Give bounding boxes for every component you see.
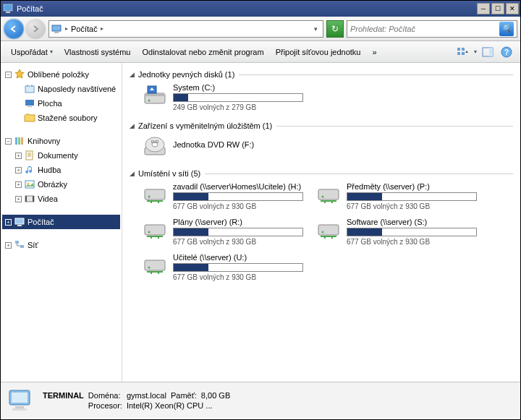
- status-domain-label: Doména:: [88, 391, 122, 400]
- status-domain: gymst.local: [127, 391, 166, 400]
- drive-usage-bar: [347, 192, 477, 201]
- svg-rect-3: [54, 32, 59, 33]
- svg-rect-42: [318, 225, 339, 235]
- expand-icon[interactable]: +: [15, 181, 22, 188]
- refresh-button[interactable]: ↻: [326, 20, 344, 38]
- hdd-icon: [143, 83, 167, 108]
- drive-predmety-p[interactable]: Předměty (\\server) (P:) 677 GB volných …: [316, 182, 483, 210]
- status-computer-name: TERMINAL: [43, 391, 84, 400]
- breadcrumb-computer[interactable]: Počítač: [71, 25, 98, 33]
- sidebar-desktop[interactable]: Plocha: [2, 96, 120, 111]
- svg-rect-22: [25, 196, 27, 202]
- maximize-button[interactable]: ☐: [491, 3, 504, 14]
- system-props-button[interactable]: Vlastnosti systému: [60, 46, 135, 59]
- address-bar[interactable]: ▸ Počítač ▸ ▾: [48, 20, 323, 38]
- collapse-icon[interactable]: ◢: [130, 122, 137, 129]
- search-icon[interactable]: 🔍: [499, 22, 514, 36]
- view-options-button[interactable]: [455, 44, 471, 60]
- folder-icon: [24, 112, 35, 124]
- svg-rect-48: [15, 406, 24, 408]
- status-cpu: Intel(R) Xeon(R) CPU ...: [127, 401, 230, 410]
- view-dropdown[interactable]: ▾: [474, 48, 477, 55]
- svg-point-45: [148, 267, 151, 269]
- svg-rect-36: [145, 189, 165, 200]
- expand-icon[interactable]: +: [15, 153, 22, 159]
- svg-rect-1: [6, 12, 10, 13]
- organize-button[interactable]: Uspořádat ▾: [7, 46, 57, 59]
- help-button[interactable]: ?: [499, 44, 514, 60]
- sidebar-favorites[interactable]: − Oblíbené položky: [2, 67, 120, 82]
- star-icon: [14, 69, 25, 80]
- drive-software-s[interactable]: Software (\\server) (S:) 677 GB volných …: [316, 218, 483, 246]
- sidebar-downloads[interactable]: Stažené soubory: [2, 111, 120, 125]
- collapse-icon[interactable]: ◢: [130, 71, 137, 78]
- forward-button[interactable]: [25, 19, 46, 39]
- chevron-right-icon[interactable]: ▸: [101, 25, 103, 32]
- group-network[interactable]: ◢ Umístění v síti (5): [130, 169, 513, 178]
- toolbar-more[interactable]: »: [368, 46, 381, 59]
- sidebar-libraries[interactable]: − Knihovny: [2, 134, 120, 148]
- netdrive-icon: [316, 182, 341, 207]
- computer-icon: [2, 3, 14, 14]
- collapse-icon[interactable]: −: [5, 138, 12, 145]
- drive-ucitele-u[interactable]: Učitelé (\\server) (U:) 677 GB volných z…: [143, 253, 309, 281]
- search-box[interactable]: Prohledat: Počítač 🔍: [347, 20, 517, 38]
- back-button[interactable]: [4, 19, 24, 39]
- map-drive-button[interactable]: Připojit síťovou jednotku: [271, 46, 365, 59]
- pictures-icon: [24, 179, 35, 190]
- drive-plany-r[interactable]: Plány (\\server) (R:) 677 GB volných z 9…: [143, 218, 309, 246]
- svg-rect-44: [145, 260, 165, 270]
- drive-usage-bar: [173, 228, 303, 236]
- dvd-icon: DVD: [143, 134, 167, 159]
- status-mem: 8,00 GB: [201, 391, 230, 400]
- svg-rect-23: [33, 196, 34, 202]
- drive-usage-bar: [173, 192, 303, 201]
- computer-icon: [14, 216, 25, 228]
- drive-label: zavadil (\\server\Homes\Ucitele) (H:): [173, 182, 309, 191]
- sidebar-recent[interactable]: Naposledy navštívené: [2, 82, 120, 96]
- expand-icon[interactable]: +: [15, 196, 22, 202]
- group-removable[interactable]: ◢ Zařízení s vyměnitelným úložištěm (1): [130, 121, 513, 130]
- drive-zavadil-h[interactable]: zavadil (\\server\Homes\Ucitele) (H:) 67…: [143, 182, 309, 210]
- drive-free-text: 249 GB volných z 279 GB: [173, 103, 309, 111]
- netdrive-icon: [143, 253, 167, 278]
- sidebar-pictures[interactable]: + Obrázky: [2, 177, 120, 192]
- svg-rect-13: [25, 100, 34, 106]
- svg-rect-47: [12, 393, 27, 403]
- sidebar-documents[interactable]: + Dokumenty: [2, 148, 120, 163]
- svg-rect-24: [15, 218, 24, 224]
- svg-rect-18: [26, 151, 33, 160]
- svg-rect-25: [17, 225, 22, 226]
- drive-system-c[interactable]: System (C:) 249 GB volných z 279 GB: [143, 83, 309, 111]
- status-cpu-label: Procesor:: [88, 401, 122, 410]
- collapse-icon[interactable]: −: [5, 72, 12, 78]
- sidebar-music[interactable]: + Hudba: [2, 163, 120, 177]
- statusbar: TERMINAL Doména: gymst.local Paměť: 8,00…: [1, 382, 520, 418]
- svg-rect-2: [52, 25, 61, 31]
- svg-rect-17: [21, 137, 23, 145]
- drive-label: Učitelé (\\server) (U:): [173, 253, 309, 262]
- group-hdd[interactable]: ◢ Jednotky pevných disků (1): [130, 70, 513, 79]
- window-title: Počítač: [17, 4, 43, 13]
- sidebar-network[interactable]: + Síť: [2, 238, 120, 252]
- expand-icon[interactable]: +: [15, 167, 22, 173]
- svg-rect-7: [462, 52, 465, 55]
- sidebar-videos[interactable]: + Videa: [2, 192, 120, 206]
- chevron-right-icon[interactable]: ▸: [65, 25, 68, 32]
- svg-point-41: [148, 231, 151, 233]
- preview-pane-button[interactable]: [480, 44, 496, 60]
- drive-dvd-f[interactable]: DVD Jednotka DVD RW (F:): [143, 134, 309, 159]
- expand-icon[interactable]: +: [5, 242, 12, 249]
- close-button[interactable]: ✕: [506, 3, 519, 14]
- svg-rect-49: [12, 408, 27, 411]
- collapse-icon[interactable]: ◢: [130, 170, 137, 177]
- drive-usage-bar: [347, 228, 477, 236]
- uninstall-button[interactable]: Odinstalovat nebo změnit program: [137, 46, 268, 59]
- libraries-icon: [14, 135, 25, 147]
- sidebar-computer[interactable]: + Počítač: [2, 215, 120, 229]
- drive-label: Předměty (\\server) (P:): [347, 182, 483, 191]
- minimize-button[interactable]: ─: [477, 3, 490, 14]
- svg-rect-15: [15, 137, 17, 145]
- expand-icon[interactable]: +: [5, 219, 12, 226]
- address-dropdown[interactable]: ▾: [310, 25, 321, 33]
